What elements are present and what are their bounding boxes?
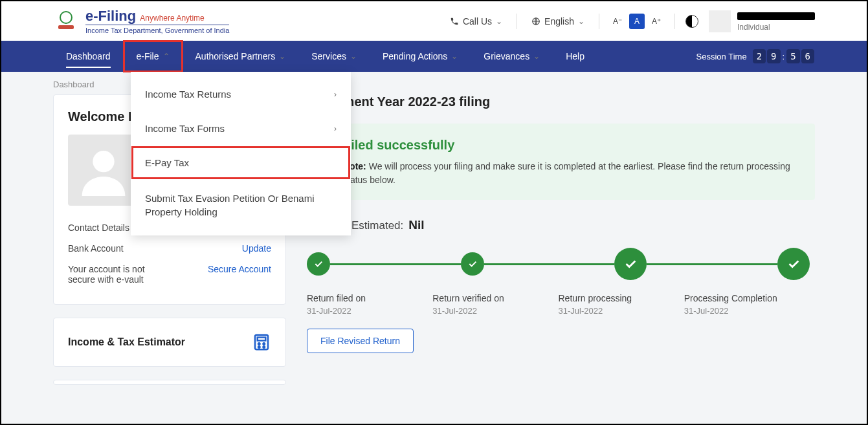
nav-services[interactable]: Services ⌄	[298, 41, 370, 72]
svg-point-9	[263, 346, 265, 348]
main-panel: ssessment Year 2022-23 filing Filed succ…	[302, 94, 815, 353]
svg-point-6	[258, 343, 260, 345]
phone-icon	[450, 17, 459, 26]
logo[interactable]: e-Filing Anywhere Anytime Income Tax Dep…	[53, 8, 229, 34]
timeline-labels: Return filed on 31-Jul-2022 Return verif…	[302, 293, 815, 316]
chevron-right-icon: ›	[334, 90, 337, 99]
filed-note: Note: We will process your filing and ma…	[317, 160, 799, 187]
svg-point-7	[263, 343, 265, 345]
chevron-down-icon: ⌄	[451, 52, 458, 61]
evault-row: Your account is not secure with e-vault …	[68, 259, 271, 290]
dd-income-tax-returns[interactable]: Income Tax Returns ›	[131, 77, 351, 111]
secure-account-link[interactable]: Secure Account	[208, 264, 271, 274]
emblem-icon	[53, 8, 79, 34]
user-profile[interactable]: Individual	[709, 10, 815, 32]
calculator-icon	[252, 332, 271, 352]
svg-point-3	[93, 151, 114, 172]
session-timer: Session Time 29:56	[696, 51, 815, 61]
partial-card	[53, 380, 286, 385]
nav-pending-actions[interactable]: Pending Actions ⌄	[370, 41, 471, 72]
dd-submit-tax-evasion[interactable]: Submit Tax Evasion Petition Or Benami Pr…	[131, 180, 351, 230]
timeline-step-verified: Return verified on 31-Jul-2022	[432, 293, 558, 316]
nav-grievances[interactable]: Grievances ⌄	[471, 41, 553, 72]
timeline-step-processing: Return processing 31-Jul-2022	[559, 293, 684, 316]
call-us-dropdown[interactable]: Call Us ⌄	[446, 16, 506, 27]
nav-efile[interactable]: e-File ⌃	[124, 41, 183, 72]
logo-title: e-Filing	[85, 8, 136, 24]
nav-dashboard[interactable]: Dashboard	[53, 41, 124, 72]
timeline-check-icon	[777, 248, 810, 280]
assessment-year-heading: ssessment Year 2022-23 filing	[307, 94, 815, 109]
svg-point-8	[258, 346, 260, 348]
chevron-down-icon: ⌄	[350, 52, 357, 61]
top-header: e-Filing Anywhere Anytime Income Tax Dep…	[1, 1, 867, 41]
chevron-down-icon: ⌄	[496, 17, 502, 26]
dd-epay-tax[interactable]: E-Pay Tax	[131, 146, 351, 180]
svg-rect-5	[258, 338, 266, 341]
timeline-check-icon	[461, 252, 484, 276]
font-size-controls: A⁻ A A⁺	[610, 14, 664, 29]
logo-tagline: Anywhere Anytime	[140, 14, 204, 23]
svg-rect-1	[58, 25, 74, 29]
contrast-toggle[interactable]	[685, 15, 698, 28]
file-revised-return-button[interactable]: File Revised Return	[307, 329, 414, 353]
user-type: Individual	[737, 23, 815, 32]
nav-help[interactable]: Help	[553, 41, 597, 72]
avatar-icon	[709, 10, 731, 32]
chevron-up-icon: ⌃	[163, 52, 170, 61]
chevron-down-icon: ⌄	[578, 17, 584, 26]
font-increase-button[interactable]: A⁺	[649, 14, 664, 29]
timeline-check-icon	[307, 252, 330, 276]
user-name	[737, 11, 815, 23]
globe-icon	[531, 17, 540, 26]
update-bank-link[interactable]: Update	[242, 243, 271, 254]
demand-estimated: Demand Estimated:Nil	[307, 218, 810, 232]
user-avatar-large	[68, 135, 139, 206]
filed-status-banner: Filed successfully Note: We will process…	[302, 124, 815, 200]
status-timeline	[302, 248, 815, 280]
bank-account-row: Bank Account Update	[68, 238, 271, 259]
svg-point-0	[60, 12, 72, 23]
dd-income-tax-forms[interactable]: Income Tax Forms ›	[131, 111, 351, 146]
income-tax-estimator-card[interactable]: Income & Tax Estimator	[53, 318, 286, 367]
timeline-check-icon	[614, 248, 647, 280]
logo-subtitle: Income Tax Department, Government of Ind…	[85, 25, 229, 34]
font-decrease-button[interactable]: A⁻	[610, 14, 625, 29]
logo-text: e-Filing Anywhere Anytime Income Tax Dep…	[85, 8, 229, 34]
chevron-down-icon: ⌄	[533, 52, 540, 61]
timeline-step-completion: Processing Completion 31-Jul-2022	[684, 293, 810, 316]
chevron-down-icon: ⌄	[279, 52, 285, 61]
nav-authorised-partners[interactable]: Authorised Partners ⌄	[183, 41, 299, 72]
language-dropdown[interactable]: English ⌄	[528, 16, 588, 27]
timeline-step-filed: Return filed on 31-Jul-2022	[307, 293, 432, 316]
main-navbar: Dashboard e-File ⌃ Authorised Partners ⌄…	[1, 41, 867, 72]
font-normal-button[interactable]: A	[629, 14, 645, 29]
chevron-right-icon: ›	[334, 124, 337, 133]
efile-dropdown: Income Tax Returns › Income Tax Forms › …	[131, 72, 351, 235]
